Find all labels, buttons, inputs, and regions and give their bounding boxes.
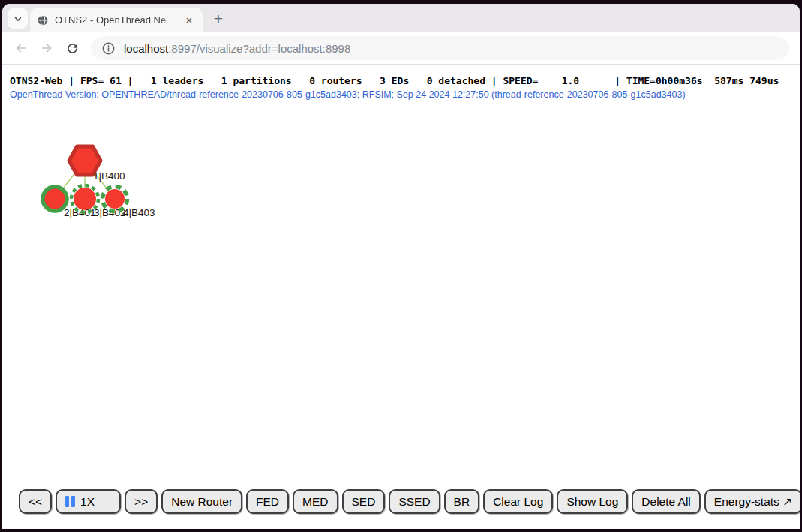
back-button[interactable] [10, 37, 32, 59]
clear-log-label: Clear Log [493, 495, 543, 509]
page-content: OTNS2-Web | FPS= 61 | 1 leaders 1 partit… [2, 65, 800, 529]
globe-favicon-icon [37, 14, 49, 26]
reload-button[interactable] [61, 37, 83, 59]
fast-forward-label: >> [134, 495, 148, 509]
tab-search-button[interactable] [8, 8, 28, 29]
node-2-fed[interactable] [44, 188, 67, 211]
new-router-label: New Router [171, 495, 233, 509]
pause-icon [65, 496, 75, 507]
url-host: localhost [124, 42, 168, 55]
new-tab-button[interactable]: + [208, 8, 229, 29]
delete-all-button[interactable]: Delete All [632, 489, 700, 514]
forward-button[interactable] [35, 37, 58, 59]
speed-label: 1X [80, 495, 95, 509]
rewind-label: << [29, 495, 42, 509]
fast-forward-button[interactable]: >> [125, 489, 158, 514]
br-button[interactable]: BR [444, 489, 480, 514]
network-canvas: 1|B4002|B4013|B4024|B403 [2, 99, 317, 279]
new-router-button[interactable]: New Router [161, 489, 242, 514]
fed-button[interactable]: FED [246, 489, 289, 514]
forward-arrow-icon [39, 41, 54, 56]
tab-title: OTNS2 - OpenThread Ne [55, 14, 182, 26]
med-label: MED [302, 495, 328, 509]
sed-label: SED [352, 495, 376, 509]
navigation-bar: localhost:8997/visualize?addr=localhost:… [2, 32, 800, 65]
tab-close-icon[interactable]: × [182, 14, 196, 27]
url-text: localhost:8997/visualize?addr=localhost:… [124, 42, 350, 55]
tab-strip: OTNS2 - OpenThread Ne × + [2, 4, 800, 32]
sed-button[interactable]: SED [342, 489, 386, 514]
rewind-button[interactable]: << [19, 489, 52, 514]
ssed-button[interactable]: SSED [389, 489, 440, 514]
med-button[interactable]: MED [293, 489, 338, 514]
delete-all-label: Delete All [641, 495, 690, 509]
node-1-label: 1|B400 [93, 170, 125, 182]
br-label: BR [454, 495, 470, 509]
openthread-version-line: OpenThread Version: OPENTHREAD/thread-re… [10, 89, 686, 100]
url-path: :8997/visualize?addr=localhost:8998 [168, 42, 350, 55]
browser-window: OTNS2 - OpenThread Ne × + [2, 4, 800, 529]
show-log-label: Show Log [566, 495, 618, 509]
simulation-button-row: <<1X>>New RouterFEDMEDSEDSSEDBRClear Log… [19, 489, 800, 514]
show-log-button[interactable]: Show Log [557, 489, 628, 514]
address-bar[interactable]: localhost:8997/visualize?addr=localhost:… [91, 36, 789, 60]
back-arrow-icon [14, 41, 29, 56]
simulation-status-line: OTNS2-Web | FPS= 61 | 1 leaders 1 partit… [10, 75, 779, 86]
clear-log-button[interactable]: Clear Log [483, 489, 553, 514]
energy-stats-label: Energy-stats ↗ [714, 495, 792, 509]
fed-label: FED [256, 495, 279, 509]
energy-stats-button[interactable]: Energy-stats ↗ [704, 489, 800, 514]
speed-button[interactable]: 1X [56, 489, 121, 514]
chevron-down-icon [12, 13, 24, 25]
node-4-label: 4|B403 [123, 207, 155, 218]
browser-tab[interactable]: OTNS2 - OpenThread Ne × [30, 8, 203, 32]
ssed-label: SSED [398, 495, 430, 509]
site-info-icon[interactable] [101, 41, 116, 56]
reload-icon [65, 41, 80, 56]
